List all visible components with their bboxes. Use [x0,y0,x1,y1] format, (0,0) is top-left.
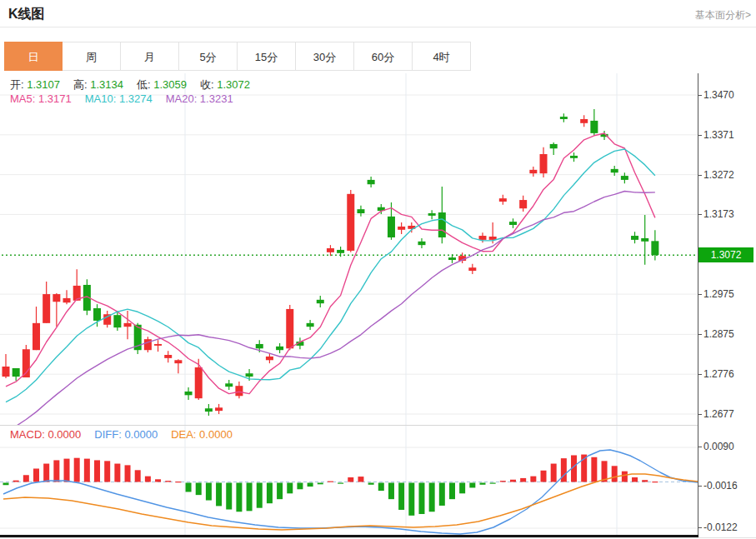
axis-tick [698,214,702,215]
price-axis-label: 1.3470 [703,89,734,101]
axis-tick [698,527,702,528]
fundamental-analysis-link[interactable]: 基本面分析> [695,8,751,22]
kline-app: K线图 基本面分析> 日周月5分15分30分60分4时 开: 1.3107高: … [0,0,756,539]
ma10-line [6,149,655,402]
axis-tick [698,294,702,295]
axis-tick [698,175,702,176]
price-axis-label: 1.3173 [703,208,734,220]
candles-group [3,109,659,416]
dea-line [3,474,698,530]
period-tabs: 日周月5分15分30分60分4时 [4,42,471,71]
axis-tick [698,414,702,415]
period-tab-3[interactable]: 5分 [179,42,238,71]
axis-tick [698,374,702,375]
period-tab-2[interactable]: 月 [121,42,179,71]
macd-axis-label: 0.0090 [703,441,734,452]
period-tab-7[interactable]: 4时 [413,42,471,71]
ma20-line [6,192,655,426]
macd-axis-label: -0.0016 [703,480,738,492]
header-divider [0,27,756,27]
legend-item: 低: 1.3059 [137,78,187,91]
macd-chart[interactable] [0,425,698,537]
price-axis-label: 1.2677 [703,408,734,420]
axis-tick [698,95,702,96]
axis-tick [698,334,702,335]
legend-item: 开: 1.3107 [10,78,60,91]
axis-tick [698,135,702,136]
period-tab-6[interactable]: 60分 [354,42,413,71]
price-axis-label: 1.2875 [703,328,734,340]
price-axis-label: 1.3272 [703,169,734,181]
period-tab-0[interactable]: 日 [4,42,63,71]
macd-legend: MACD: 0.0000DIFF: 0.0000DEA: 0.0000 [10,428,246,441]
ohlc-legend: 开: 1.3107高: 1.3134低: 1.3059收: 1.3072 [10,77,263,92]
price-axis-label: 1.2776 [703,368,734,380]
legend-item: MA5: 1.3171 [10,92,72,105]
main-chart[interactable] [0,73,698,425]
ma-legend: MA5: 1.3171MA10: 1.3274MA20: 1.3231 [10,92,247,105]
legend-item: MA10: 1.3274 [85,92,153,105]
price-axis-label: 1.3371 [703,129,734,141]
current-price-badge: 1.3072 [698,247,753,262]
ma5-line [6,133,655,394]
price-axis-label: 1.2975 [703,288,734,300]
legend-item: MACD: 0.0000 [10,428,81,441]
legend-item: DEA: 0.0000 [171,428,233,441]
axis-tick [698,486,702,487]
legend-item: DIFF: 0.0000 [94,428,158,441]
period-tab-4[interactable]: 15分 [238,42,296,71]
bottom-edge-line [0,537,756,538]
legend-item: MA20: 1.3231 [166,92,233,105]
price-axis-line [698,73,698,537]
legend-item: 收: 1.3072 [200,78,250,91]
period-tab-5[interactable]: 30分 [296,42,354,71]
period-tab-1[interactable]: 周 [63,42,121,71]
legend-item: 高: 1.3134 [73,78,123,91]
page-title: K线图 [8,6,45,23]
axis-tick [698,447,702,447]
macd-axis-label: -0.0122 [703,522,738,533]
